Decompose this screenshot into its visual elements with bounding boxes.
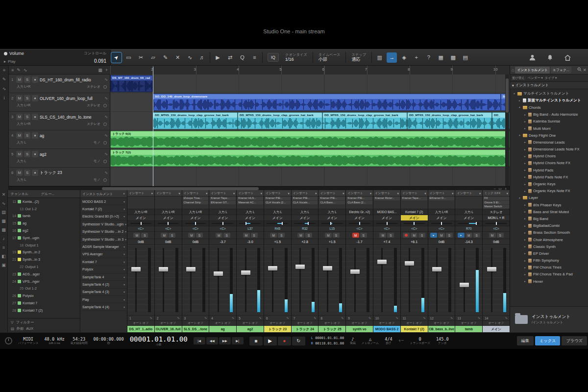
channel-column-label[interactable]: チャンネル: [11, 192, 28, 196]
mixer-rail-icon-1[interactable]: ∿: [2, 201, 6, 206]
track-header[interactable]: 4MS●ag∿入力 Lモノ: [9, 130, 110, 149]
insert-section-header[interactable]: インサート▾: [237, 190, 264, 196]
rack-instrument-item[interactable]: Synthesizer V Studio ...in 3▾: [80, 236, 127, 243]
browser-tree-item[interactable]: ▸FM Chorus Tines & Pad: [510, 271, 588, 278]
strip-output-label[interactable]: メイン: [292, 215, 318, 221]
strip-name[interactable]: synth vo: [346, 326, 373, 332]
arrange-rail-icon-3[interactable]: i: [4, 96, 5, 100]
mute-button[interactable]: M: [16, 151, 23, 157]
mute-button[interactable]: M: [352, 233, 359, 238]
insert-plugin[interactable]: Channel Strip: [183, 201, 209, 205]
channel-list-item[interactable]: 19Synth...in 2: [8, 249, 80, 256]
rack-instrument-item[interactable]: Kontakt 7 (2)▾: [80, 205, 127, 213]
browser-tree-item[interactable]: ▸Choir Atmosphere: [510, 236, 588, 243]
mixer-rail-icon-2[interactable]: ▤: [1, 210, 6, 215]
split-tool[interactable]: ✂: [136, 52, 146, 63]
insert-section-header[interactable]: インサート▾: [373, 190, 400, 196]
collapsed-arrow-icon[interactable]: ▸: [523, 183, 527, 186]
strip-output-label[interactable]: MON L + R: [483, 215, 510, 221]
pan-slider[interactable]: [209, 221, 236, 226]
solo-button[interactable]: S: [305, 233, 312, 238]
solo-button[interactable]: S: [223, 233, 230, 238]
solo-button[interactable]: S: [473, 233, 480, 238]
mixer-strip[interactable]: インサート▾Kramer Ricier...MODO BAS...メイン<C>M…: [373, 190, 400, 332]
fader-area[interactable]: [373, 245, 400, 316]
solo-button[interactable]: S: [24, 114, 30, 120]
solo-button[interactable]: S: [497, 233, 504, 238]
mute-button[interactable]: M: [438, 233, 445, 238]
strip-input-label[interactable]: 入力 L: [292, 209, 318, 215]
monitor-icon[interactable]: ▥: [374, 52, 385, 63]
bend-tool[interactable]: ∿: [185, 52, 195, 63]
waveform-view-icon[interactable]: ∿: [478, 316, 480, 320]
channel-list-item[interactable]: 11Konta...(2): [8, 198, 80, 205]
automation-mode[interactable]: オート:オフ: [264, 321, 291, 326]
rack-instrument-item[interactable]: Play▾: [80, 296, 127, 303]
channel-list-item[interactable]: 21Synth...in 3: [8, 256, 80, 263]
audio-clip[interactable]: DD_MT6S_150_drums_loop_clap_groove_hat_b…: [407, 112, 492, 129]
rack-instrument-item[interactable]: Synthesizer V Studio ...in 2▾: [80, 228, 127, 236]
insert-section-header[interactable]: インサート▾: [455, 190, 482, 196]
click-easy-block[interactable]: ♪簡易: [350, 337, 356, 345]
strip-input-label[interactable]: Electric Gr..>2): [346, 209, 373, 215]
mute-button[interactable]: M: [489, 233, 496, 238]
editor-grid-icon[interactable]: ▦: [436, 52, 446, 63]
mute-button[interactable]: M: [188, 233, 195, 238]
pan-slider[interactable]: [346, 221, 373, 226]
rack-instrument-item[interactable]: Electric Grand 80 (0->2)▾: [80, 213, 127, 220]
pan-slider[interactable]: [237, 221, 264, 226]
mixer-strip[interactable]: インサート▾入力 L+Rメイン<C>MS0dB1∿オート:オフDS_HT_1..…: [127, 190, 154, 332]
record-arm-button[interactable]: ●: [32, 114, 38, 120]
track-input-label[interactable]: 入力 L+R: [17, 122, 30, 126]
collapsed-arrow-icon[interactable]: ▸: [523, 190, 527, 193]
waveform-view-icon[interactable]: ∿: [104, 133, 108, 138]
pan-knob-icon[interactable]: [103, 85, 107, 89]
insert-slots[interactable]: Kramer HLS...Maserati AC...: [237, 196, 264, 209]
waveform-view-icon[interactable]: ∿: [104, 77, 108, 82]
strip-name[interactable]: メイン: [483, 326, 510, 332]
mute-button[interactable]: M: [216, 233, 222, 238]
pan-knob-icon[interactable]: [103, 122, 107, 126]
browser-close-icon[interactable]: ✕: [583, 68, 587, 73]
browser-tree-item[interactable]: ▸Organic Keys: [510, 180, 588, 187]
collapsed-arrow-icon[interactable]: ▸: [523, 273, 527, 276]
automation-mode[interactable]: オート:オフ: [401, 321, 428, 326]
collapsed-arrow-icon[interactable]: ▸: [523, 259, 527, 262]
fader-handle[interactable]: [241, 270, 250, 275]
mute-button[interactable]: M: [243, 233, 250, 238]
fader-area[interactable]: [292, 245, 318, 316]
waveform-view-icon[interactable]: ∿: [259, 316, 262, 320]
arrange-vertical-scrollbar[interactable]: [505, 74, 509, 186]
rack-instrument-item[interactable]: SampleTank 4 (2)▾: [80, 281, 127, 288]
solo-button[interactable]: S: [278, 233, 285, 238]
strip-name[interactable]: Kontakt 7 (2): [401, 326, 428, 332]
strip-output-label[interactable]: メイン: [155, 215, 182, 221]
collapsed-arrow-icon[interactable]: ▸: [523, 127, 527, 130]
timeline-ruler[interactable]: 2345678910: [110, 66, 510, 75]
collapsed-arrow-icon[interactable]: ▸: [523, 155, 527, 158]
arrange-lane[interactable]: トラック 7(2): [110, 149, 510, 168]
browser-tree-item[interactable]: ▸Classic Synth: [510, 243, 588, 250]
insert-section-header[interactable]: インサート▾: [401, 190, 428, 196]
browser-tab[interactable]: インストゥルメント: [515, 67, 550, 74]
solo-button[interactable]: S: [333, 233, 340, 238]
insert-plugin[interactable]: iZotope Trea...: [183, 196, 209, 200]
banks-icon[interactable]: ▤: [11, 326, 14, 331]
insert-plugin[interactable]: Kramer Ricier...: [374, 196, 400, 200]
pan-slider[interactable]: [373, 221, 400, 226]
insert-plugin[interactable]: FX: [483, 196, 509, 200]
record-arm-button[interactable]: ●: [32, 95, 38, 101]
collapsed-arrow-icon[interactable]: ▸: [523, 280, 527, 283]
mixer-strip[interactable]: インサート▾入力 LメインR70▸MS-14.313∿オート:オフtamb: [455, 190, 482, 332]
rack-instrument-item[interactable]: SampleTank 4 (3)▾: [80, 289, 127, 296]
track-header[interactable]: 5MS●ag2∿入力 Lモノ: [9, 149, 110, 168]
solo-button[interactable]: S: [387, 233, 394, 238]
monitor-button[interactable]: ▸: [430, 233, 437, 238]
strip-output-label[interactable]: メイン: [318, 215, 345, 221]
loop-button[interactable]: ↻: [292, 337, 305, 345]
browser-tree-item[interactable]: ▸Hybrid Pads: [510, 167, 588, 173]
waveform-view-icon[interactable]: ∿: [368, 316, 371, 320]
track-header[interactable]: 6MS●トラック 23∿入力 Lモノ: [9, 168, 110, 186]
insert-plugin[interactable]: CLA Vocals...: [292, 201, 318, 205]
insert-slots[interactable]: Kramer Ricier...: [373, 196, 400, 209]
